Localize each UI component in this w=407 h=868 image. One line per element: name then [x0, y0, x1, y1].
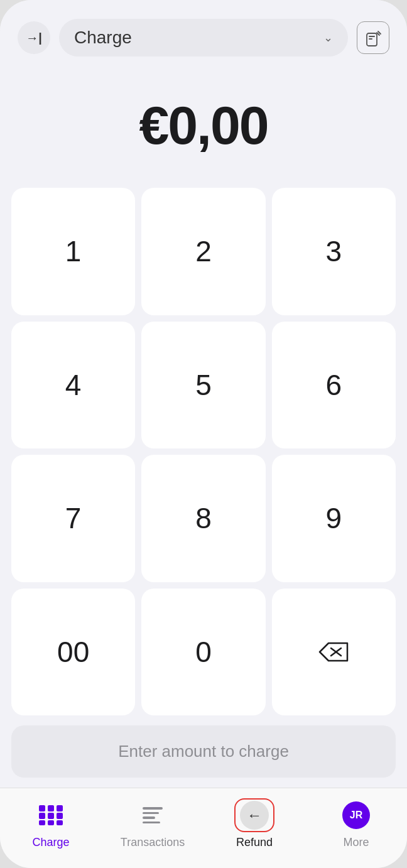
transactions-line-2 — [143, 812, 159, 815]
key-2[interactable]: 2 — [141, 188, 265, 315]
charge-dropdown[interactable]: Charge ⌄ — [59, 19, 348, 57]
key-00[interactable]: 00 — [11, 589, 135, 716]
card-reader-icon — [364, 29, 382, 46]
charge-icon-wrapper — [31, 798, 71, 832]
key-5[interactable]: 5 — [141, 322, 265, 449]
keypad-row-2: 4 5 6 — [11, 322, 396, 449]
more-initials: JR — [350, 810, 362, 821]
svg-rect-6 — [48, 805, 54, 811]
svg-rect-8 — [39, 813, 45, 819]
enter-amount-button[interactable]: Enter amount to charge — [11, 725, 396, 778]
charge-nav-label: Charge — [32, 836, 69, 849]
key-4[interactable]: 4 — [11, 322, 135, 449]
svg-rect-12 — [48, 820, 54, 825]
nav-item-refund[interactable]: ← Refund — [204, 798, 305, 849]
refund-icon: ← — [240, 801, 269, 830]
keypad-row-4: 00 0 — [11, 589, 396, 716]
keypad-row-1: 1 2 3 — [11, 188, 396, 315]
transactions-line-4 — [143, 822, 160, 824]
header: →| Charge ⌄ — [0, 0, 407, 69]
nav-item-more[interactable]: JR More — [305, 798, 407, 849]
transactions-line-3 — [143, 816, 155, 819]
more-icon-wrapper: JR — [336, 798, 376, 832]
phone-container: →| Charge ⌄ €0,00 1 2 3 — [0, 0, 407, 868]
svg-rect-2 — [369, 38, 372, 40]
amount-display: €0,00 — [0, 69, 407, 188]
key-6[interactable]: 6 — [272, 322, 396, 449]
key-9[interactable]: 9 — [272, 455, 396, 582]
refund-icon-wrapper: ← — [234, 798, 274, 832]
transactions-nav-label: Transactions — [121, 836, 185, 849]
keypad-row-3: 7 8 9 — [11, 455, 396, 582]
svg-rect-13 — [57, 820, 63, 825]
key-backspace[interactable] — [272, 589, 396, 716]
key-8[interactable]: 8 — [141, 455, 265, 582]
dropdown-label: Charge — [74, 28, 132, 48]
refund-nav-label: Refund — [236, 836, 273, 849]
transactions-icon-wrapper — [133, 798, 173, 832]
transactions-icon — [143, 807, 163, 823]
more-avatar-icon: JR — [342, 801, 370, 829]
keypad: 1 2 3 4 5 6 7 8 9 00 0 — [0, 188, 407, 715]
nav-item-charge[interactable]: Charge — [0, 798, 102, 849]
svg-rect-5 — [39, 805, 45, 811]
key-0[interactable]: 0 — [141, 589, 265, 716]
svg-rect-10 — [57, 813, 63, 819]
key-3[interactable]: 3 — [272, 188, 396, 315]
nav-item-transactions[interactable]: Transactions — [102, 798, 204, 849]
key-1[interactable]: 1 — [11, 188, 135, 315]
svg-rect-7 — [57, 805, 63, 811]
bottom-nav: Charge Transactions ← Refund — [0, 788, 407, 868]
svg-rect-11 — [39, 820, 45, 825]
svg-rect-1 — [369, 36, 375, 37]
amount-value: €0,00 — [139, 94, 268, 156]
back-icon: →| — [26, 31, 42, 45]
back-button[interactable]: →| — [18, 21, 50, 54]
transactions-line-1 — [143, 807, 163, 810]
card-reader-button[interactable] — [357, 21, 389, 54]
chevron-down-icon: ⌄ — [323, 31, 333, 45]
backspace-icon — [317, 641, 350, 663]
charge-icon — [38, 805, 63, 826]
more-nav-label: More — [343, 836, 369, 849]
header-center: Charge ⌄ — [59, 19, 348, 57]
key-7[interactable]: 7 — [11, 455, 135, 582]
svg-rect-9 — [48, 813, 54, 819]
